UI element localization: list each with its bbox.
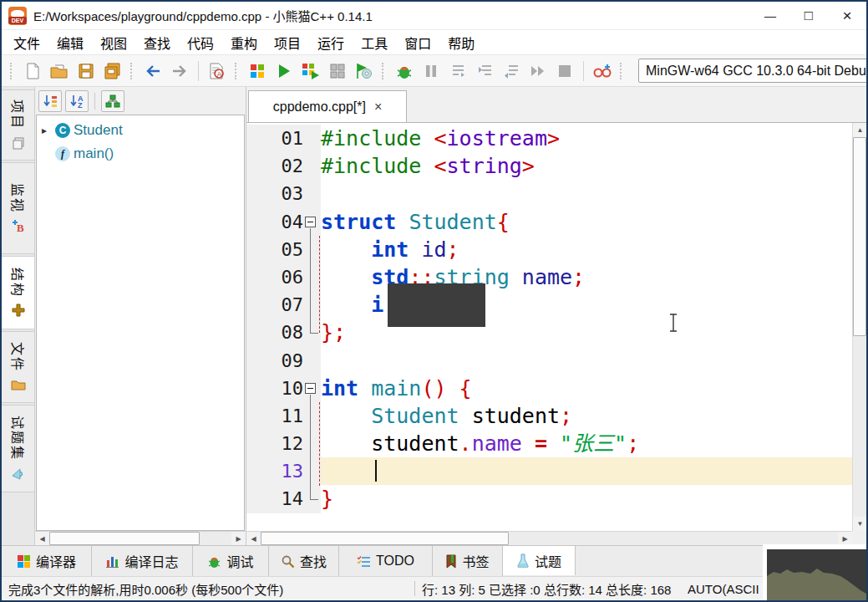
stop-button[interactable]	[552, 59, 577, 84]
step-into-button[interactable]	[472, 59, 497, 84]
scrollbar-thumb[interactable]	[49, 532, 200, 545]
scrollbar-thumb[interactable]	[853, 137, 866, 336]
panel-horizontal-scrollbar[interactable]: ◀ ▶	[35, 531, 246, 545]
code-line[interactable]: student.name = "张三";	[321, 430, 852, 457]
code-row: 08};	[246, 319, 852, 346]
compile-run-button[interactable]	[298, 59, 323, 84]
menu-item-0[interactable]: 文件	[5, 30, 48, 55]
close-button[interactable]: ×	[828, 2, 866, 29]
line-number[interactable]: 02	[246, 152, 321, 180]
code-row: 13	[246, 457, 852, 485]
side-tab-problemset[interactable]: 试题集	[2, 405, 35, 492]
line-number[interactable]: 01	[246, 125, 321, 152]
side-tab-files[interactable]: 文件	[2, 331, 35, 403]
scrollbar-track[interactable]	[261, 532, 838, 545]
tree-item-main[interactable]: f main()	[37, 142, 244, 166]
menu-item-5[interactable]: 重构	[222, 30, 266, 55]
side-tab-project[interactable]: 项目	[2, 89, 35, 161]
menu-item-9[interactable]: 窗口	[396, 30, 439, 55]
compile-run-icon	[302, 63, 320, 79]
code-line[interactable]	[321, 457, 852, 485]
pause-button[interactable]	[419, 59, 444, 84]
code-row: 14}	[246, 485, 852, 513]
scroll-down-icon[interactable]: ▼	[853, 517, 867, 531]
show-inheritance-button[interactable]	[101, 90, 124, 112]
editor-tab-cppdemo[interactable]: cppdemo.cpp[*] ×	[248, 90, 407, 122]
bottom-tab-debug[interactable]: 调试	[193, 546, 269, 576]
scrollbar-track[interactable]	[49, 532, 231, 545]
toolbar-grip	[130, 63, 135, 79]
menu-item-4[interactable]: 代码	[179, 30, 222, 55]
sort-alpha-button[interactable]: AZ	[65, 90, 89, 112]
save-all-button[interactable]	[100, 59, 125, 84]
line-number[interactable]: 03	[246, 180, 321, 207]
open-file-button[interactable]	[47, 59, 72, 84]
side-tab-label: 结构	[8, 268, 28, 298]
bottom-tab-compiler[interactable]: 编译器	[2, 546, 92, 576]
line-number[interactable]: 09	[246, 347, 321, 375]
bottom-tab-label: 查找	[300, 551, 327, 571]
menu-item-6[interactable]: 项目	[266, 30, 309, 55]
menu-item-10[interactable]: 帮助	[439, 30, 483, 55]
toolbar-separator	[198, 61, 199, 81]
run-parameters-button[interactable]	[352, 59, 377, 84]
scrollbar-thumb[interactable]	[261, 532, 509, 545]
bottom-tab-bookmarks[interactable]: 书签	[433, 546, 503, 576]
code-line[interactable]: int main() {	[321, 375, 852, 402]
find-in-files-button[interactable]: A	[205, 59, 230, 84]
expander-icon[interactable]: ▸	[42, 125, 52, 136]
back-button[interactable]	[140, 59, 165, 84]
add-watch-button[interactable]	[590, 59, 615, 84]
code-line[interactable]	[321, 180, 852, 207]
code-line[interactable]: struct Student{	[321, 208, 852, 236]
fold-marker-main[interactable]	[305, 383, 316, 394]
bottom-tab-compile-log[interactable]: 编译日志	[92, 546, 193, 576]
pause-icon	[424, 64, 438, 79]
menu-item-1[interactable]: 编辑	[48, 30, 92, 55]
code-line[interactable]	[321, 347, 852, 375]
debug-icon	[207, 554, 221, 569]
minimize-button[interactable]: —	[751, 2, 789, 29]
fold-line-end	[310, 499, 318, 500]
rebuild-button[interactable]	[325, 59, 350, 84]
run-to-cursor-icon	[530, 64, 546, 78]
run-button[interactable]	[272, 59, 297, 84]
step-over-button[interactable]	[445, 59, 470, 84]
menu-item-7[interactable]: 运行	[309, 30, 353, 55]
debug-button[interactable]	[392, 59, 417, 84]
forward-button[interactable]	[167, 59, 192, 84]
bottom-tab-problem[interactable]: 试题	[503, 545, 576, 575]
bottom-tab-search[interactable]: 查找	[269, 546, 339, 576]
code-editor[interactable]: 01#include <iostream>02#include <string>…	[246, 123, 852, 531]
new-file-button[interactable]	[20, 59, 45, 84]
code-line[interactable]: int id;	[321, 236, 852, 263]
scroll-right-icon[interactable]: ▶	[231, 532, 246, 546]
menu-item-8[interactable]: 工具	[353, 30, 396, 55]
compile-button[interactable]	[245, 59, 270, 84]
editor-horizontal-scrollbar[interactable]: ◀ ▶	[246, 531, 852, 545]
scroll-up-icon[interactable]: ▲	[853, 123, 867, 137]
scrollbar-track[interactable]	[853, 137, 866, 517]
code-line[interactable]: #include <string>	[321, 152, 852, 180]
side-tab-watch[interactable]: 监视 B	[2, 162, 35, 254]
tab-close-icon[interactable]: ×	[374, 99, 382, 115]
step-out-button[interactable]	[499, 59, 524, 84]
menu-item-3[interactable]: 查找	[135, 30, 179, 55]
compiler-set-combo[interactable]: MinGW-w64 GCC 10.3.0 64-bit Debug ▼	[638, 59, 868, 83]
menu-item-2[interactable]: 视图	[92, 30, 135, 55]
sort-by-type-button[interactable]	[38, 90, 62, 112]
save-button[interactable]	[74, 59, 99, 84]
code-line[interactable]: }	[321, 485, 852, 513]
window-title: E:/Workspaces/playground/cppdemo.cpp - 小…	[33, 7, 373, 24]
tree-item-student[interactable]: ▸ C Student	[37, 119, 244, 142]
scroll-left-icon[interactable]: ◀	[35, 532, 49, 546]
code-line[interactable]: #include <iostream>	[321, 125, 852, 152]
code-line[interactable]: Student student;	[321, 402, 852, 430]
maximize-button[interactable]: □	[789, 2, 828, 29]
editor-vertical-scrollbar[interactable]: ▲ ▼	[852, 123, 866, 531]
bottom-tab-todo[interactable]: TODO	[339, 546, 433, 576]
run-to-cursor-button[interactable]	[525, 59, 551, 84]
fold-marker-struct[interactable]	[305, 217, 316, 227]
scroll-left-icon[interactable]: ◀	[246, 532, 261, 546]
side-tab-structure[interactable]: 结构	[2, 256, 35, 329]
